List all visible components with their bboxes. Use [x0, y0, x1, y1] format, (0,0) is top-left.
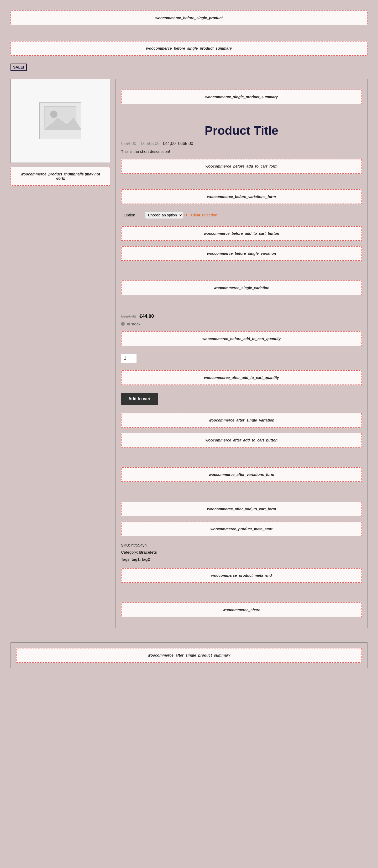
quantity-input[interactable] — [121, 353, 137, 363]
price-original-range: €554,00 – €6.565,00 — [121, 141, 160, 146]
sale-badge: SALE! — [10, 64, 27, 71]
after-single-variation-hook: woocommerce_after_single_variation — [121, 413, 362, 428]
sale-price-single: €554,00 €44,00 — [121, 314, 362, 319]
after-single-product-summary-hook-box: woocommerce_after_single_product_summary — [16, 648, 362, 662]
variation-label: Option — [122, 210, 143, 220]
after-add-to-cart-quantity-hook-box: woocommerce_after_add_to_cart_quantity — [121, 370, 362, 385]
sku-line: SKU: htr554yn — [121, 541, 362, 549]
tags-line: Tags: tag1, tag2 — [121, 556, 362, 563]
product-thumbnails-hook-box: woocommerce_product_thumbnails (may not … — [10, 167, 110, 186]
before-add-to-cart-form-hook-box: woocommerce_before_add_to_cart_form — [121, 159, 362, 174]
before-single-product-summary-hook: woocommerce_before_single_product_summar… — [10, 41, 368, 56]
before-single-product-hook: woocommerce_before_single_product — [10, 10, 368, 25]
before-add-to-cart-button-hook-box: woocommerce_before_add_to_cart_button — [121, 226, 362, 241]
before-add-to-cart-quantity-hook: woocommerce_before_add_to_cart_quantity — [121, 332, 362, 346]
before-add-to-cart-button-hook: woocommerce_before_add_to_cart_button — [121, 226, 362, 241]
variation-control-cell: Choose an option ↺ Clear selection — [143, 210, 361, 220]
stock-status: In stock — [121, 322, 362, 326]
add-to-cart-button[interactable]: Add to cart — [121, 393, 158, 405]
product-image-column: woocommerce_product_thumbnails (may not … — [10, 79, 110, 628]
after-add-to-cart-form-hook-box: woocommerce_after_add_to_cart_form — [121, 502, 362, 516]
product-placeholder-image — [39, 102, 82, 139]
product-summary-column: woocommerce_single_product_summary Produ… — [116, 79, 368, 628]
after-single-variation-hook-box: woocommerce_after_single_variation — [121, 413, 362, 428]
before-variations-form-hook: woocommerce_before_variations_form — [121, 189, 362, 204]
after-variations-form-hook-box: woocommerce_after_variations_form — [121, 467, 362, 482]
short-description: This is the short description! — [121, 149, 362, 154]
stock-dot-icon — [121, 322, 125, 326]
after-add-to-cart-quantity-hook: woocommerce_after_add_to_cart_quantity — [121, 370, 362, 385]
single-variation-hook-box: woocommerce_single_variation — [121, 280, 362, 295]
category-link[interactable]: Bracelets — [139, 550, 157, 554]
before-add-to-cart-quantity-hook-box: woocommerce_before_add_to_cart_quantity — [121, 332, 362, 346]
tag2-link[interactable]: tag2 — [142, 557, 150, 561]
variations-table: Option Choose an option ↺ Clear selectio… — [121, 209, 362, 221]
tag1-link[interactable]: tag1 — [131, 557, 140, 561]
price-sale-range: €44,00–€665,00 — [163, 141, 193, 146]
clear-selection-link[interactable]: Clear selection — [191, 213, 217, 217]
after-single-product-summary-section: woocommerce_after_single_product_summary — [10, 642, 368, 668]
variation-row: Option Choose an option ↺ Clear selectio… — [122, 210, 361, 220]
before-single-variation-hook-box: woocommerce_before_single_variation — [121, 246, 362, 261]
page-wrapper: woocommerce_before_single_product woocom… — [0, 0, 378, 679]
single-product-summary-hook: woocommerce_single_product_summary — [121, 90, 362, 104]
share-hook: woocommerce_share — [121, 602, 362, 617]
after-variations-form-hook: woocommerce_after_variations_form — [121, 467, 362, 482]
product-meta-start-hook-box: woocommerce_product_meta_start — [121, 522, 362, 536]
single-variation-hook: woocommerce_single_variation — [121, 280, 362, 295]
product-image-box — [10, 79, 110, 163]
product-meta-info: SKU: htr554yn Category: Bracelets Tags: … — [121, 541, 362, 563]
category-line: Category: Bracelets — [121, 549, 362, 556]
stock-status-text: In stock — [127, 322, 140, 326]
before-single-product-summary-hook-box: woocommerce_before_single_product_summar… — [10, 41, 368, 56]
svg-point-2 — [50, 111, 58, 118]
before-single-product-hook-box: woocommerce_before_single_product — [10, 10, 368, 25]
product-title: Product Title — [121, 124, 362, 137]
refresh-icon: ↺ — [184, 213, 187, 217]
product-meta-start-hook: woocommerce_product_meta_start — [121, 522, 362, 536]
share-hook-box: woocommerce_share — [121, 602, 362, 617]
product-meta-end-hook-box: woocommerce_product_meta_end — [121, 568, 362, 583]
single-product-summary-hook-box: woocommerce_single_product_summary — [121, 90, 362, 104]
price-range-wrapper: €554,00 – €6.565,00 €44,00–€665,00 — [121, 141, 362, 146]
before-variations-form-hook-box: woocommerce_before_variations_form — [121, 189, 362, 204]
product-meta-end-hook: woocommerce_product_meta_end — [121, 568, 362, 583]
product-layout: woocommerce_product_thumbnails (may not … — [10, 79, 368, 628]
price-sale-single: €44,00 — [139, 314, 154, 319]
after-add-to-cart-form-hook: woocommerce_after_add_to_cart_form — [121, 502, 362, 516]
product-sku: htr554yn — [131, 543, 147, 547]
before-single-variation-hook: woocommerce_before_single_variation — [121, 246, 362, 261]
option-select[interactable]: Choose an option — [145, 211, 183, 219]
after-add-to-cart-button-hook: woocommerce_after_add_to_cart_button — [121, 433, 362, 447]
before-add-to-cart-form-hook: woocommerce_before_add_to_cart_form — [121, 159, 362, 174]
after-add-to-cart-button-hook-box: woocommerce_after_add_to_cart_button — [121, 433, 362, 447]
price-original-single: €554,00 — [121, 314, 136, 318]
